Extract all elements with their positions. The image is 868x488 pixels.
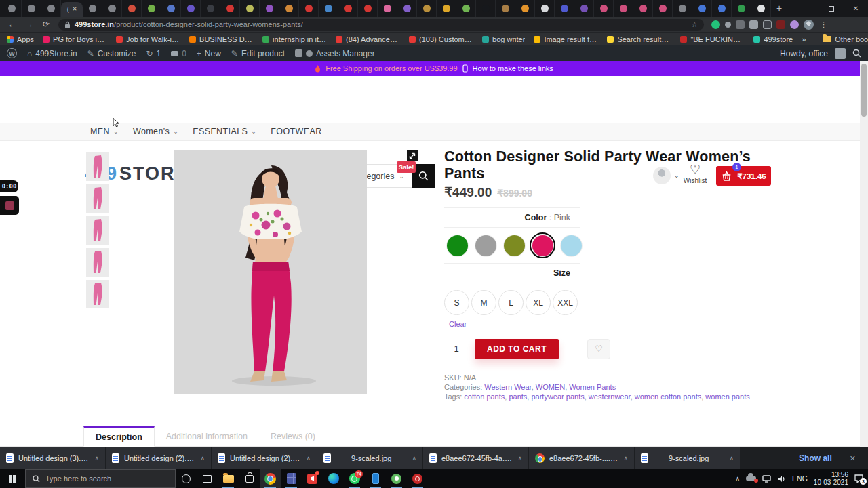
browser-tab[interactable] [555,0,574,17]
reload-button[interactable]: ⟳ [39,20,54,29]
browser-tab[interactable] [732,0,751,17]
browser-tab[interactable] [220,0,240,17]
tab-close-icon[interactable]: ✕ [73,7,77,12]
window-close-button[interactable]: ✕ [844,0,868,17]
wishlist-heart-button[interactable]: ♡ [587,339,610,359]
browser-tab[interactable] [122,0,142,17]
size-option[interactable]: L [498,290,524,315]
bookmark-item[interactable]: Search results for C... [607,35,671,43]
extensions-puzzle-icon[interactable] [790,20,799,29]
apps-shortcut[interactable]: Apps [7,35,34,43]
forward-button[interactable]: → [22,20,37,29]
media-player-button[interactable] [407,469,428,488]
browser-menu-icon[interactable]: ⋮ [820,20,827,29]
extension-icon[interactable] [711,20,720,29]
other-bookmarks[interactable]: Other bookmarks [823,35,868,43]
bookmark-item[interactable]: 499store [753,35,793,43]
browser-tab[interactable] [102,0,122,17]
bookmark-item[interactable]: (84) Advanced Step... [336,35,400,43]
browser-tab-active[interactable]: ( ✕ [61,2,83,17]
product-thumbnail[interactable] [86,216,109,245]
browser-tab[interactable] [614,0,633,17]
browser-tab[interactable] [41,0,61,17]
admin-comments[interactable]: 0 [171,49,186,58]
size-option[interactable]: M [471,290,496,315]
color-swatch[interactable] [530,232,555,258]
browser-tab[interactable] [240,0,260,17]
browser-tab[interactable] [338,0,358,17]
bookmark-item[interactable]: (103) Custom T shir... [409,35,473,43]
your-phone-button[interactable] [365,469,386,488]
page-scrollbar[interactable] [860,61,868,447]
category-link[interactable]: WOMEN [536,383,565,391]
onedrive-icon[interactable] [746,476,756,481]
browser-tab[interactable] [22,0,41,17]
browser-tab[interactable] [319,0,338,17]
download-item[interactable]: 9-scaled.jpg ∧ [635,447,740,469]
address-bar[interactable]: 499store.in/product/cotton-designer-soli… [58,19,704,30]
bookmark-item[interactable]: Image result for AMC [534,35,598,43]
admin-edit-product[interactable]: ✎ Edit product [231,49,285,58]
recorder-stop-button[interactable] [0,196,19,215]
taskbar-search[interactable] [25,469,176,488]
whatsapp-button[interactable]: 74 [344,469,365,488]
category-link[interactable]: Women Pants [569,383,616,391]
admin-assets-manager[interactable]: Assets Manager [295,49,375,58]
admin-updates[interactable]: ↻ 1 [146,49,161,58]
tag-link[interactable]: women cotton pants [635,392,701,401]
bookmarks-overflow-icon[interactable]: » [802,35,806,43]
color-swatch[interactable] [501,232,527,258]
admin-customize[interactable]: ✎ Customize [87,49,136,58]
color-swatch[interactable] [473,232,498,258]
product-tab[interactable]: Additional information [155,426,259,447]
tag-link[interactable]: westernwear [589,392,631,401]
chevron-up-icon[interactable]: ∧ [94,455,99,462]
product-main-image[interactable] [174,150,367,394]
chevron-up-icon[interactable]: ∧ [412,455,416,462]
file-explorer-button[interactable] [218,469,239,488]
cortana-button[interactable] [176,469,197,488]
task-view-button[interactable] [197,469,218,488]
browser-tab[interactable] [2,0,22,17]
product-tab[interactable]: Reviews (0) [259,426,327,447]
bookmark-item[interactable]: internship in itc gur... [262,35,327,43]
wordpress-logo-icon[interactable]: W [7,48,17,58]
media-app-button[interactable] [386,469,407,488]
nav-item[interactable]: Women's ⌄ [132,127,180,136]
tray-chevron-icon[interactable]: ∧ [735,475,740,482]
admin-site-name[interactable]: ⌂ 499Store.in [27,49,77,58]
browser-tab[interactable] [653,0,673,17]
browser-tab[interactable] [161,0,181,17]
download-item[interactable]: Untitled design (3).jpg ∧ [0,447,105,469]
back-button[interactable]: ← [5,20,20,29]
language-indicator[interactable]: ENG [792,474,808,483]
ms-store-button[interactable] [239,469,260,488]
browser-tab[interactable] [397,0,417,17]
nav-item[interactable]: ESSENTIALS ⌄ [191,127,258,136]
mail-app-button[interactable] [302,469,323,488]
picture-in-picture-icon[interactable] [763,20,772,29]
tag-link[interactable]: pants [509,392,527,401]
browser-tab[interactable] [299,0,319,17]
product-tab[interactable]: Description [83,426,155,447]
download-item[interactable]: Untitled design (2).png ∧ [106,447,211,469]
browser-tab[interactable] [496,0,515,17]
browser-tab[interactable] [692,0,712,17]
browser-tab[interactable] [279,0,299,17]
browser-tab[interactable] [260,0,279,17]
download-item[interactable]: e8aee672-45fb-....webp ∧ [529,447,634,469]
window-minimize-button[interactable]: — [795,0,819,17]
browser-tab[interactable] [142,0,161,17]
size-option[interactable]: XL [526,290,551,315]
extension-icon[interactable] [725,22,731,28]
edge-button[interactable] [323,469,344,488]
network-icon[interactable] [762,475,771,483]
bookmark-item[interactable]: "BE FUCKING NICE"... [680,35,745,43]
window-maximize-button[interactable] [819,0,844,17]
product-thumbnail[interactable] [86,280,109,308]
browser-tab[interactable] [358,0,378,17]
nav-item[interactable]: FOOTWEAR ⌄ [269,127,323,136]
size-option[interactable]: S [444,290,469,315]
close-downloads-icon[interactable]: ✕ [850,454,856,463]
chevron-up-icon[interactable]: ∧ [306,455,311,462]
